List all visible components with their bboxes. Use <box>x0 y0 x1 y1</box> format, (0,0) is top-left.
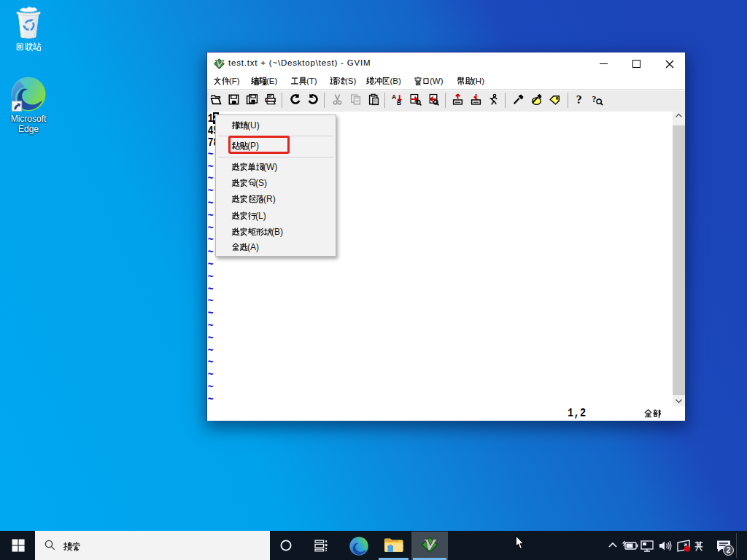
svg-text:B: B <box>397 98 401 105</box>
svg-text:?: ? <box>576 93 581 106</box>
svg-text:A: A <box>392 93 396 101</box>
svg-text:?: ? <box>592 95 596 104</box>
